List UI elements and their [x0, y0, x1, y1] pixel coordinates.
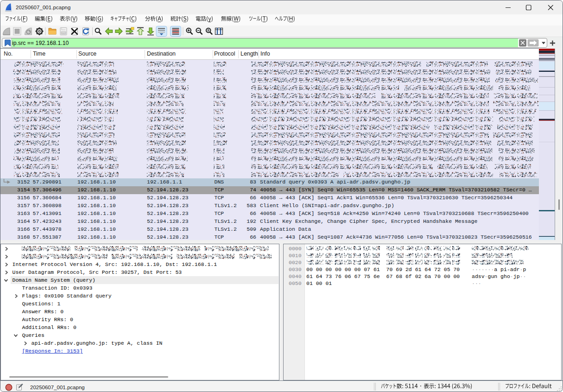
svg-text:010: 010	[62, 32, 66, 34]
